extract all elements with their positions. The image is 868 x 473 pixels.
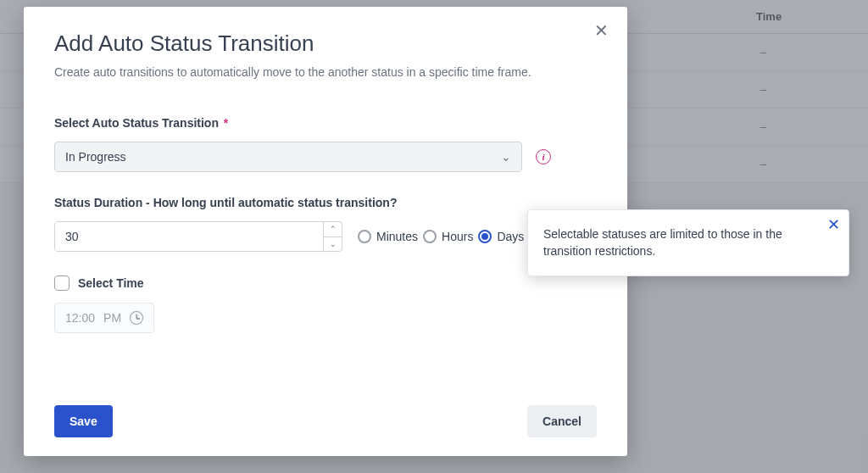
time-value: 12:00 — [65, 311, 95, 325]
radio-minutes[interactable]: Minutes — [358, 230, 418, 243]
stepper-down-icon[interactable]: ⌄ — [324, 237, 342, 252]
chevron-down-icon: ⌄ — [501, 150, 511, 164]
radio-days[interactable]: Days — [478, 230, 524, 243]
duration-label: Status Duration - How long until automat… — [54, 196, 597, 209]
cancel-button[interactable]: Cancel — [527, 405, 597, 437]
select-time-checkbox[interactable] — [54, 275, 70, 291]
clock-icon — [130, 311, 143, 325]
select-time-label: Select Time — [78, 276, 144, 290]
stepper-up-icon[interactable]: ⌃ — [324, 222, 342, 237]
duration-input-wrap: ⌃ ⌄ — [54, 221, 342, 252]
time-input: 12:00 PM — [54, 303, 154, 333]
modal-subtitle: Create auto transitions to automatically… — [54, 65, 597, 79]
popover-text: Selectable statuses are limited to those… — [543, 227, 782, 258]
popover-close-icon[interactable]: ✕ — [827, 217, 840, 232]
time-period: PM — [103, 311, 121, 325]
close-icon[interactable]: ✕ — [594, 22, 609, 39]
info-icon[interactable]: i — [536, 149, 551, 164]
info-popover: ✕ Selectable statuses are limited to tho… — [527, 209, 849, 276]
radio-hours[interactable]: Hours — [423, 230, 473, 243]
required-indicator: * — [224, 116, 228, 130]
status-select-value: In Progress — [65, 150, 126, 164]
modal-title: Add Auto Status Transition — [54, 31, 597, 57]
number-stepper: ⌃ ⌄ — [323, 222, 342, 251]
save-button[interactable]: Save — [54, 405, 113, 437]
duration-input[interactable] — [55, 222, 323, 251]
status-select-label: Select Auto Status Transition * — [54, 116, 597, 130]
status-select-input[interactable]: In Progress ⌄ — [54, 142, 522, 172]
